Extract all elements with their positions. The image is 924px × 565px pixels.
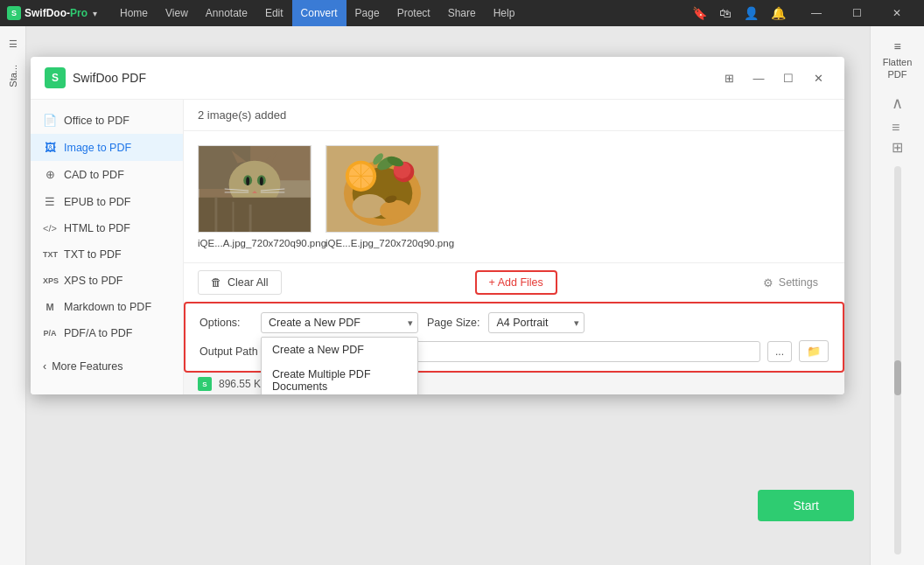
sidebar-item-label-pdfa: PDF/A to PDF	[64, 327, 133, 339]
right-panel: ≡ Flatten PDF ∧ ≡ ⊞	[870, 26, 924, 565]
food-image	[326, 146, 438, 232]
xps-icon: XPS	[43, 276, 57, 285]
create-pdf-select[interactable]: Create a New PDF	[261, 312, 418, 333]
dialog-content: 2 image(s) added	[184, 100, 844, 394]
sidebar-item-office-to-pdf[interactable]: 📄 Office to PDF	[31, 107, 183, 134]
main-wrapper: ☰ Sta... S SwifDoo PDF ⊞ — ☐ ✕ 📄 Office …	[0, 26, 924, 565]
left-panel: ☰ Sta...	[0, 26, 26, 565]
cat-image	[199, 146, 311, 232]
page-size-select[interactable]: A4 Portrait	[488, 312, 584, 333]
close-button[interactable]: ✕	[877, 0, 917, 26]
sidebar-item-pdfa-to-pdf[interactable]: P/A PDF/A to PDF	[31, 320, 183, 346]
settings-button[interactable]: ⚙ Settings	[751, 271, 830, 295]
dropdown-item-create-multiple[interactable]: Create Multiple PDF Documents	[262, 362, 417, 394]
image-item-cat: iQE...A.jpg_720x720q90.png	[198, 145, 312, 248]
view-toggle: ≡ ⊞	[892, 120, 903, 156]
sidebar-item-label-html: HTML to PDF	[64, 222, 130, 234]
sidebar-item-xps-to-pdf[interactable]: XPS XPS to PDF	[31, 268, 183, 294]
sidebar-item-cad-to-pdf[interactable]: ⊕ CAD to PDF	[31, 161, 183, 188]
bell-icon[interactable]: 🔔	[767, 6, 789, 20]
dialog-title-icons: ⊞ — ☐ ✕	[717, 68, 830, 87]
nav-edit[interactable]: Edit	[256, 0, 292, 26]
image-thumbnail-food	[326, 145, 439, 233]
content-header: 2 image(s) added	[184, 100, 844, 131]
add-files-button[interactable]: + Add Files	[475, 270, 557, 295]
markdown-icon: M	[43, 302, 57, 312]
dialog-restore-button[interactable]: ☐	[776, 68, 801, 87]
dialog-close-button[interactable]: ✕	[806, 68, 830, 87]
app-dropdown-arrow[interactable]: ▾	[93, 9, 97, 18]
grid-view-button[interactable]: ⊞	[892, 139, 903, 156]
options-dropdown-menu: Create a New PDF Create Multiple PDF Doc…	[261, 337, 418, 394]
sidebar-more-features[interactable]: ‹ More Features	[31, 353, 183, 380]
flatten-icon: ≡	[893, 38, 900, 54]
start-button[interactable]: Start	[758, 490, 854, 521]
output-path-label: Output Path	[200, 345, 261, 358]
content-footer: 🗑 Clear All + Add Files ⚙ Settings	[184, 262, 844, 302]
output-folder-button[interactable]: 📁	[799, 340, 829, 362]
nav-page[interactable]: Page	[346, 0, 388, 26]
dialog-title: SwifDoo PDF	[73, 71, 710, 85]
nav-view[interactable]: View	[157, 0, 197, 26]
store-icon[interactable]: 🛍	[716, 6, 735, 20]
sidebar-item-label-xps: XPS to PDF	[64, 275, 122, 287]
dialog-title-bar: S SwifDoo PDF ⊞ — ☐ ✕	[31, 57, 844, 100]
sidebar-item-txt-to-pdf[interactable]: TXT TXT to PDF	[31, 241, 183, 268]
app-name: SwifDoo-Pro	[24, 7, 88, 19]
dropdown-item-create-new[interactable]: Create a New PDF	[262, 338, 417, 362]
epub-icon: ☰	[43, 195, 57, 208]
user-icon[interactable]: 👤	[740, 6, 762, 20]
sidebar-item-epub-to-pdf[interactable]: ☰ EPUB to PDF	[31, 188, 183, 215]
nav-convert[interactable]: Convert	[292, 0, 346, 26]
txt-icon: TXT	[43, 250, 57, 259]
title-bar-icons: 🔖 🛍 👤 🔔	[689, 6, 789, 20]
app-name-pro: Pro	[70, 7, 88, 19]
dialog-sidebar: 📄 Office to PDF 🖼 Image to PDF ⊕ CAD to …	[31, 100, 184, 394]
chevron-left-icon: ‹	[43, 360, 46, 373]
dialog-minimize-button[interactable]: —	[746, 68, 771, 87]
nav-home[interactable]: Home	[111, 0, 157, 26]
sidebar-item-label-markdown: Markdown to PDF	[64, 301, 151, 313]
scroll-thumb[interactable]	[894, 360, 901, 395]
image-item-food: iQE...E.jpg_720x720q90.png	[326, 145, 439, 248]
add-files-label: + Add Files	[489, 276, 543, 289]
flatten-pdf-button[interactable]: ≡ Flatten PDF	[874, 33, 920, 87]
image-icon: 🖼	[43, 141, 57, 154]
office-icon: 📄	[43, 114, 57, 127]
dialog-logo: S	[45, 67, 66, 88]
collapse-button[interactable]: ∧	[892, 94, 903, 113]
more-features-label: More Features	[52, 360, 122, 373]
svg-point-8	[246, 177, 249, 185]
nav-protect[interactable]: Protect	[388, 0, 439, 26]
minimize-button[interactable]: —	[796, 0, 836, 26]
clear-all-button[interactable]: 🗑 Clear All	[198, 270, 282, 295]
sidebar-item-label-cad: CAD to PDF	[64, 169, 124, 181]
page-size-label: Page Size:	[427, 317, 480, 329]
pdfa-icon: P/A	[43, 329, 57, 338]
status-logo: S	[198, 377, 212, 391]
sidebar-item-label-txt: TXT to PDF	[64, 248, 122, 261]
scrollbar[interactable]	[894, 166, 901, 555]
bookmark-icon[interactable]: 🔖	[689, 6, 710, 20]
output-path-ellipsis-button[interactable]: ...	[767, 341, 792, 362]
left-panel-icon[interactable]: ☰	[3, 33, 24, 54]
svg-point-34	[380, 200, 410, 221]
images-count-label: 2 image(s) added	[198, 108, 286, 122]
nav-share[interactable]: Share	[439, 0, 485, 26]
window-controls: — ☐ ✕	[796, 0, 917, 26]
restore-button[interactable]: ☐	[836, 0, 877, 26]
image-name-food: iQE...E.jpg_720x720q90.png	[326, 238, 439, 248]
clear-icon: 🗑	[211, 276, 222, 289]
dialog: S SwifDoo PDF ⊞ — ☐ ✕ 📄 Office to PDF 🖼 …	[31, 57, 844, 394]
list-view-button[interactable]: ≡	[892, 120, 903, 136]
nav-annotate[interactable]: Annotate	[197, 0, 256, 26]
html-icon: </>	[43, 223, 57, 234]
nav-help[interactable]: Help	[485, 0, 524, 26]
cad-icon: ⊕	[43, 168, 57, 181]
sidebar-item-image-to-pdf[interactable]: 🖼 Image to PDF	[31, 134, 183, 161]
sidebar-item-markdown-to-pdf[interactable]: M Markdown to PDF	[31, 294, 183, 320]
sidebar-item-html-to-pdf[interactable]: </> HTML to PDF	[31, 215, 183, 241]
image-name-cat: iQE...A.jpg_720x720q90.png	[198, 238, 312, 248]
dialog-icon1[interactable]: ⊞	[717, 68, 741, 87]
svg-point-9	[260, 177, 263, 185]
